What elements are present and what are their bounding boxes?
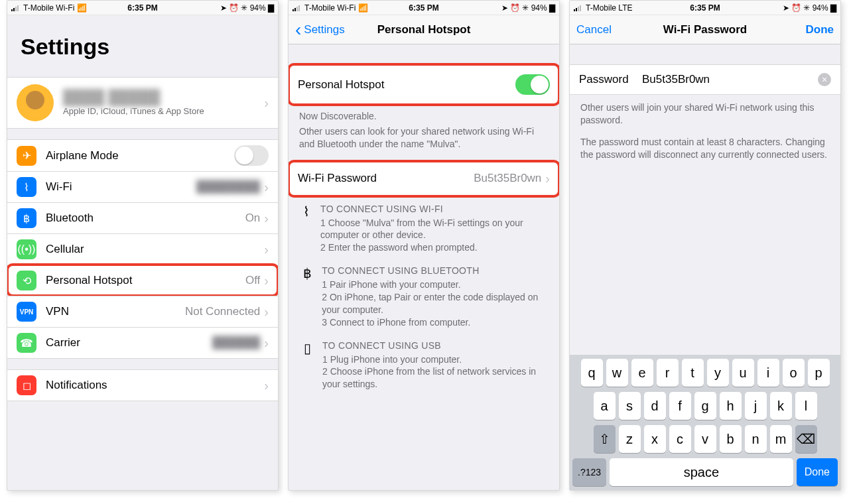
key-e[interactable]: e	[631, 359, 653, 387]
bt-instruction-1: 1 Pair iPhone with your computer.	[322, 279, 549, 291]
key-i[interactable]: i	[757, 359, 779, 387]
cellular-row[interactable]: ((•)) Cellular ›	[7, 233, 278, 265]
status-bar: T-Mobile Wi-Fi 📶 6:35 PM ➤ ⏰ ✳ 94% ▇	[289, 1, 559, 15]
bluetooth-row[interactable]: ฿ Bluetooth On ›	[7, 202, 278, 233]
wifi-value: ████████	[196, 180, 260, 194]
hotspot-toggle[interactable]	[515, 74, 550, 95]
profile-name: ████ █████	[63, 89, 264, 106]
wifi-icon: 📶	[358, 3, 368, 13]
discoverable-desc: Other users can look for your shared net…	[289, 125, 559, 153]
key-y[interactable]: y	[707, 359, 729, 387]
keyboard-done-key[interactable]: Done	[797, 458, 838, 486]
vpn-value: Not Connected	[185, 305, 260, 318]
shift-key[interactable]: ⇧	[594, 425, 616, 453]
carrier-label: T-Mobile Wi-Fi	[23, 3, 74, 13]
bt-instruction-3: 3 Connect to iPhone from computer.	[322, 316, 549, 329]
key-a[interactable]: a	[594, 392, 616, 420]
key-l[interactable]: l	[795, 392, 817, 420]
profile-row[interactable]: ████ █████ Apple ID, iCloud, iTunes & Ap…	[7, 77, 278, 129]
status-time: 6:35 PM	[99, 3, 186, 13]
key-h[interactable]: h	[720, 392, 742, 420]
page-title: Settings	[7, 15, 278, 66]
vpn-label: VPN	[46, 305, 185, 318]
password-desc-2: The password must contain at least 8 cha…	[570, 133, 840, 168]
key-x[interactable]: x	[644, 425, 666, 453]
bluetooth-label: Bluetooth	[46, 212, 245, 225]
wifi-icon: 📶	[77, 3, 87, 13]
notifications-label: Notifications	[46, 379, 264, 392]
key-r[interactable]: r	[657, 359, 679, 387]
hotspot-toggle-row[interactable]: Personal Hotspot	[289, 64, 559, 105]
personal-hotspot-row[interactable]: ⟲ Personal Hotspot Off ›	[7, 265, 278, 296]
wifi-instruction-2: 2 Enter the password when prompted.	[320, 241, 549, 254]
numbers-key[interactable]: .?123	[572, 458, 606, 486]
key-v[interactable]: v	[694, 425, 716, 453]
avatar-icon	[17, 84, 54, 121]
status-bar: T-Mobile LTE 6:35 PM ➤ ⏰ ✳ 94% ▇	[570, 1, 840, 15]
signal-icon	[11, 5, 21, 11]
key-c[interactable]: c	[669, 425, 691, 453]
backspace-key[interactable]: ⌫	[795, 425, 817, 453]
chevron-right-icon: ›	[264, 304, 269, 320]
hotspot-screen: T-Mobile Wi-Fi 📶 6:35 PM ➤ ⏰ ✳ 94% ▇ Set…	[288, 0, 560, 491]
usb-instruction-head: TO CONNECT USING USB	[322, 340, 549, 352]
wifi-password-row[interactable]: Wi-Fi Password Bu5t35Br0wn ›	[289, 161, 559, 196]
airplane-toggle[interactable]	[234, 145, 269, 166]
key-u[interactable]: u	[732, 359, 754, 387]
password-desc-1: Other users will join your shared Wi-Fi …	[570, 95, 840, 133]
key-s[interactable]: s	[619, 392, 641, 420]
back-button[interactable]: Settings	[295, 23, 345, 36]
key-z[interactable]: z	[619, 425, 641, 453]
status-time: 6:35 PM	[661, 3, 749, 13]
nav-bar: Settings Personal Hotspot	[289, 15, 559, 44]
key-j[interactable]: j	[745, 392, 767, 420]
carrier-row[interactable]: ☎ Carrier ██████ ›	[7, 327, 278, 359]
chevron-right-icon: ›	[264, 211, 269, 226]
keyboard-row-2: asdfghjkl	[572, 392, 838, 420]
signal-icon	[293, 5, 302, 11]
hotspot-icon: ⟲	[17, 271, 36, 290]
key-d[interactable]: d	[644, 392, 666, 420]
wifi-password-label: Wi-Fi Password	[298, 172, 474, 185]
status-right: ➤ ⏰ ✳ 94% ▇	[749, 3, 836, 13]
usb-instruction-2: 2 Choose iPhone from the list of network…	[322, 365, 549, 391]
hotspot-value: Off	[245, 274, 260, 287]
key-m[interactable]: m	[770, 425, 792, 453]
bluetooth-instruction-icon: ฿	[299, 265, 315, 328]
key-t[interactable]: t	[682, 359, 704, 387]
phone-icon: ☎	[17, 333, 36, 353]
password-label: Password	[579, 73, 642, 86]
nav-bar: Cancel Wi-Fi Password Done	[570, 15, 840, 44]
key-q[interactable]: q	[581, 359, 603, 387]
key-p[interactable]: p	[808, 359, 830, 387]
notifications-row[interactable]: ◻ Notifications ›	[7, 369, 278, 401]
cellular-icon: ((•))	[17, 239, 36, 259]
signal-icon	[574, 5, 583, 11]
wifi-settings-icon: ⌇	[17, 177, 36, 197]
key-g[interactable]: g	[694, 392, 716, 420]
password-field-row[interactable]: Password Bu5t35Br0wn ×	[570, 64, 840, 95]
bluetooth-value: On	[245, 212, 261, 225]
key-o[interactable]: o	[783, 359, 805, 387]
key-n[interactable]: n	[745, 425, 767, 453]
cancel-button[interactable]: Cancel	[576, 23, 612, 36]
status-right: ➤ ⏰ ✳ 94% ▇	[468, 3, 555, 13]
keyboard: qwertyuiop asdfghjkl ⇧ zxcvbnm ⌫ .?123 s…	[570, 355, 840, 490]
password-input[interactable]: Bu5t35Br0wn	[642, 73, 818, 86]
airplane-mode-row[interactable]: ✈ Airplane Mode	[7, 139, 278, 171]
status-time: 6:35 PM	[380, 3, 468, 13]
chevron-right-icon: ›	[264, 336, 269, 351]
chevron-right-icon: ›	[545, 171, 550, 186]
key-w[interactable]: w	[606, 359, 628, 387]
done-button[interactable]: Done	[806, 23, 834, 36]
carrier-label: T-Mobile Wi-Fi	[304, 3, 356, 13]
wifi-label: Wi-Fi	[46, 180, 196, 194]
vpn-row[interactable]: VPN VPN Not Connected ›	[7, 296, 278, 327]
bluetooth-icon: ฿	[17, 208, 36, 228]
key-k[interactable]: k	[770, 392, 792, 420]
wifi-row[interactable]: ⌇ Wi-Fi ████████ ›	[7, 171, 278, 202]
key-b[interactable]: b	[720, 425, 742, 453]
clear-icon[interactable]: ×	[818, 73, 831, 86]
space-key[interactable]: space	[610, 458, 793, 486]
key-f[interactable]: f	[669, 392, 691, 420]
